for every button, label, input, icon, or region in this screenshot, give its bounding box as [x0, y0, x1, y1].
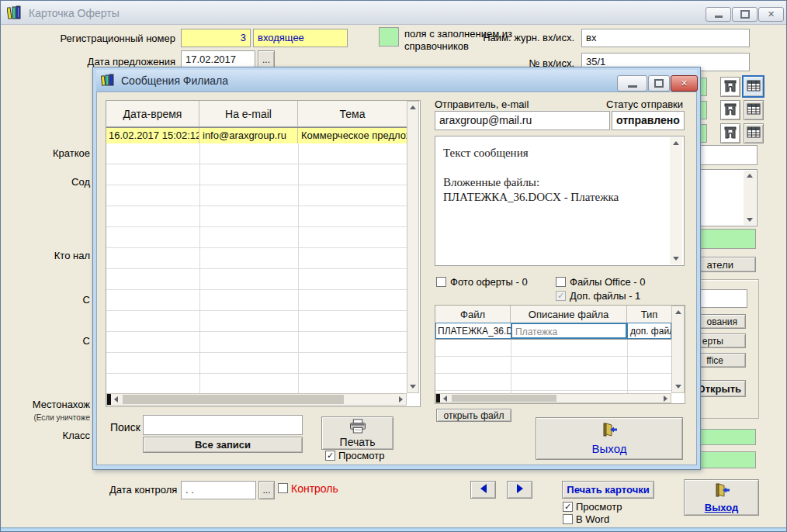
panel-button-2-label: ерты — [702, 336, 723, 347]
cell-email: info@araxgroup.ru — [199, 128, 298, 143]
word-label[interactable]: В Word — [576, 513, 609, 525]
scroll-left-icon[interactable] — [443, 396, 447, 402]
table-button-3[interactable] — [744, 123, 764, 143]
files-hscrollbar[interactable] — [435, 393, 671, 403]
hscroll-thumb[interactable] — [452, 395, 556, 402]
journal-field[interactable]: вх — [581, 29, 750, 47]
main-minimize-button[interactable] — [706, 7, 731, 22]
dialog-minimize-button[interactable] — [617, 75, 647, 92]
files-table-body[interactable] — [435, 340, 671, 393]
scroll-right-icon[interactable] — [399, 396, 403, 402]
messages-vscrollbar[interactable] — [407, 101, 419, 393]
main-preview-label[interactable]: Просмотр — [576, 501, 622, 513]
print-card-button[interactable]: Печать карточки — [562, 481, 654, 499]
dialog-titlebar: Сообщения Филиала ✕ — [96, 70, 697, 92]
scroll-down-icon[interactable] — [410, 385, 416, 389]
table-button-2[interactable] — [744, 100, 764, 120]
control-date-label: Дата контроля — [109, 484, 177, 496]
offer-date-label: Дата предложения — [88, 56, 175, 67]
col-header-type[interactable]: Тип — [627, 306, 671, 323]
open-button-label: Открыть — [698, 383, 741, 395]
control-checkbox-label[interactable]: Контроль — [291, 482, 338, 495]
messages-table-body[interactable] — [106, 143, 407, 393]
reg-number-label: Регистрационный номер — [60, 33, 175, 44]
grid-icon — [747, 80, 761, 94]
office-files-label[interactable]: Файлы Office - 0 — [570, 276, 645, 288]
prev-record-button[interactable] — [470, 481, 496, 499]
control-date-field[interactable]: . . — [181, 481, 256, 499]
main-exit-button[interactable]: Выход — [684, 479, 759, 516]
sender-label: Отправитель, e-mail — [435, 98, 529, 110]
column-separator — [199, 143, 200, 393]
dialog-preview-checkbox[interactable]: ✓ — [325, 451, 335, 461]
files-table-row[interactable]: ПЛАТЕЖКА_36.DOCX Платежка доп. файл — [435, 323, 671, 340]
col-header-subject[interactable]: Тема — [298, 101, 407, 126]
content-label: Сод — [71, 176, 90, 188]
extra-files-label[interactable]: Доп. файлы - 1 — [570, 290, 640, 302]
message-vscrollbar[interactable] — [670, 137, 682, 264]
scroll-down-icon[interactable] — [675, 385, 681, 389]
dialog-restore-button[interactable] — [648, 75, 670, 92]
dialog-exit-button[interactable]: Выход — [536, 417, 683, 460]
word-checkbox[interactable] — [563, 514, 573, 524]
messages-table-row[interactable]: 16.02.2017 15:02:12 info@araxgroup.ru Ко… — [106, 127, 407, 144]
panel-button-1-label: ования — [707, 316, 737, 327]
dialog-print-button[interactable]: Печать — [321, 416, 394, 450]
control-date-browse-button[interactable]: ... — [258, 481, 275, 499]
scroll-up-icon[interactable] — [747, 174, 753, 178]
main-restore-button[interactable] — [732, 7, 758, 22]
reference-button-1[interactable] — [720, 77, 740, 97]
dialog-exit-label: Выход — [592, 442, 627, 455]
cell-file: ПЛАТЕЖКА_36.DOCX — [435, 323, 511, 339]
scroll-up-icon[interactable] — [410, 105, 416, 109]
dialog-preview-label[interactable]: Просмотр — [338, 450, 384, 461]
dialog-close-button[interactable]: ✕ — [671, 75, 698, 92]
reg-type-field[interactable]: входящее — [253, 29, 348, 47]
table-button-1[interactable] — [742, 75, 764, 98]
application-window: Карточка Оферты ✕ Регистрационный номер … — [0, 0, 787, 532]
search-input[interactable] — [143, 415, 303, 435]
journal-label: Наим. журн. вх/исх. — [483, 32, 574, 43]
reference-button-3[interactable] — [720, 123, 740, 143]
files-table-header: Файл Описание файла Тип — [435, 306, 671, 323]
prev-icon — [480, 484, 487, 496]
main-preview-checkbox[interactable]: ✓ — [563, 502, 573, 512]
window-bottom-edge — [1, 527, 787, 531]
cell-subject: Коммерческое предложение — [298, 128, 407, 143]
col-header-datetime[interactable]: Дата-время — [106, 101, 199, 126]
scroll-down-icon[interactable] — [747, 218, 753, 222]
message-text-area[interactable]: Текст сообщения Вложенные файлы: ПЛАТЕЖК… — [435, 136, 685, 266]
grid-icon — [747, 103, 761, 117]
multiline-scrollbar[interactable] — [744, 171, 756, 225]
reference-button-2[interactable] — [720, 100, 740, 120]
scroll-left-icon[interactable] — [114, 396, 118, 402]
scroll-up-icon[interactable] — [675, 310, 681, 314]
hscroll-thumb[interactable] — [123, 395, 344, 404]
building-icon — [723, 126, 737, 141]
reg-number-field[interactable]: 3 — [181, 29, 251, 47]
messages-hscrollbar[interactable] — [106, 393, 407, 406]
open-file-label: открыть файл — [444, 410, 504, 421]
files-vscrollbar[interactable] — [671, 306, 685, 393]
scroll-down-icon[interactable] — [673, 257, 679, 261]
open-file-button[interactable]: открыть файл — [436, 409, 511, 422]
extra-files-checkbox[interactable]: ✓ — [556, 291, 566, 301]
photo-checkbox[interactable] — [436, 277, 446, 287]
scroll-up-icon[interactable] — [673, 141, 679, 145]
cell-datetime: 16.02.2017 15:02:12 — [106, 128, 199, 143]
col-header-email[interactable]: На e-mail — [199, 101, 298, 126]
next-record-button[interactable] — [507, 481, 532, 499]
cell-description[interactable]: Платежка — [511, 323, 627, 339]
col-header-file[interactable]: Файл — [435, 306, 511, 323]
control-checkbox[interactable] — [278, 483, 288, 493]
sender-field[interactable]: araxgroup@mail.ru — [435, 111, 610, 130]
office-files-checkbox[interactable] — [556, 277, 566, 287]
main-close-button[interactable]: ✕ — [758, 7, 784, 22]
col-header-description[interactable]: Описание файла — [511, 306, 627, 323]
scroll-right-icon[interactable] — [664, 396, 667, 402]
splitter-handle[interactable] — [436, 394, 440, 402]
photo-label[interactable]: Фото оферты - 0 — [450, 276, 528, 288]
all-records-button[interactable]: Все записи — [143, 437, 303, 453]
splitter-handle[interactable] — [107, 394, 111, 405]
building-icon — [723, 80, 737, 95]
